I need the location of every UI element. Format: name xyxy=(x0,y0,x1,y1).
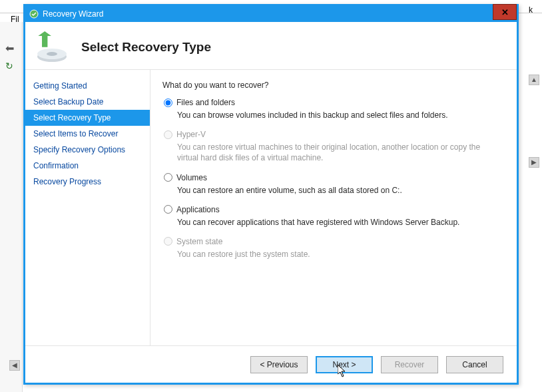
step-specify-recovery-options[interactable]: Specify Recovery Options xyxy=(25,142,150,158)
step-recovery-progress[interactable]: Recovery Progress xyxy=(25,174,150,190)
close-button[interactable]: ✕ xyxy=(493,4,517,20)
option-files-and-folders: Files and folders You can browse volumes… xyxy=(162,98,502,120)
step-select-recovery-type[interactable]: Select Recovery Type xyxy=(25,110,150,126)
option-applications: Applications You can recover application… xyxy=(162,205,502,228)
svg-point-3 xyxy=(47,52,57,56)
window-title: Recovery Wizard xyxy=(43,9,103,19)
option-volumes: Volumes You can restore an entire volume… xyxy=(162,173,502,196)
previous-button[interactable]: < Previous xyxy=(250,356,308,373)
radio-files-and-folders[interactable] xyxy=(164,98,172,107)
back-arrow-icon: ⬅ xyxy=(5,42,14,55)
step-select-backup-date[interactable]: Select Backup Date xyxy=(25,94,150,110)
option-desc: You can restore an entire volume, such a… xyxy=(177,185,502,196)
option-desc: You can restore just the system state. xyxy=(177,249,502,260)
recovery-prompt: What do you want to recover? xyxy=(162,81,502,90)
recovery-header-icon xyxy=(33,29,71,66)
cancel-button[interactable]: Cancel xyxy=(446,356,503,373)
wizard-footer: < Previous Next > Recover Cancel xyxy=(25,345,517,383)
option-desc: You can recover applications that have r… xyxy=(177,217,502,228)
option-desc: You can browse volumes included in this … xyxy=(177,110,502,120)
bg-left-toolbar: ⬅ ↻ xyxy=(0,22,23,392)
scroll-up-button[interactable]: ▲ xyxy=(529,75,539,85)
option-label: Files and folders xyxy=(176,98,235,107)
radio-hyperv xyxy=(164,130,172,139)
option-desc: You can restore virtual machines to thei… xyxy=(177,142,502,163)
radio-applications[interactable] xyxy=(164,205,172,214)
radio-system-state xyxy=(164,237,172,246)
option-system-state: System state You can restore just the sy… xyxy=(162,237,502,260)
close-icon: ✕ xyxy=(501,7,509,17)
option-label: Applications xyxy=(176,205,220,214)
bg-letter-k: k xyxy=(529,5,533,15)
wizard-app-icon xyxy=(29,9,39,19)
scroll-left-button[interactable]: ◀ xyxy=(9,360,20,371)
recover-button: Recover xyxy=(381,356,438,373)
option-hyperv: Hyper-V You can restore virtual machines… xyxy=(162,130,502,163)
titlebar: Recovery Wizard ✕ xyxy=(25,6,517,22)
wizard-header: Select Recovery Type xyxy=(25,22,517,70)
step-confirmation[interactable]: Confirmation xyxy=(25,158,150,174)
recovery-wizard-dialog: Recovery Wizard ✕ Select Recovery Type G… xyxy=(23,4,519,385)
radio-volumes[interactable] xyxy=(164,173,172,182)
scroll-right-button[interactable]: ▶ xyxy=(529,157,539,168)
step-getting-started[interactable]: Getting Started xyxy=(25,78,150,94)
wizard-content-panel: What do you want to recover? Files and f… xyxy=(150,70,517,345)
wizard-steps-sidebar: Getting Started Select Backup Date Selec… xyxy=(25,70,150,345)
page-title: Select Recovery Type xyxy=(81,40,211,55)
option-label: System state xyxy=(176,237,222,246)
next-button[interactable]: Next > xyxy=(316,356,373,373)
tree-refresh-icon: ↻ xyxy=(5,61,13,71)
option-label: Volumes xyxy=(176,173,207,182)
step-select-items-to-recover[interactable]: Select Items to Recover xyxy=(25,126,150,142)
option-label: Hyper-V xyxy=(176,130,206,139)
wizard-body: Getting Started Select Backup Date Selec… xyxy=(25,70,517,345)
